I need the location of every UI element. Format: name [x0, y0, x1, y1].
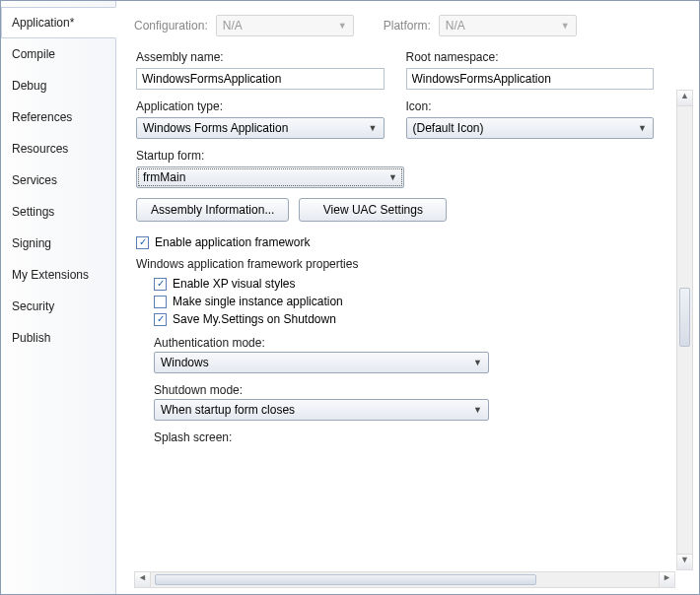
xp-styles-checkbox-row[interactable]: ✓ Enable XP visual styles [154, 277, 654, 291]
button-label: Assembly Information... [151, 203, 274, 217]
tab-services[interactable]: Services [1, 165, 116, 196]
configuration-value: N/A [223, 19, 243, 33]
tab-resources[interactable]: Resources [1, 133, 116, 165]
vertical-scrollbar[interactable]: ▲ ▼ [676, 90, 693, 570]
content-area: Configuration: N/A ▼ Platform: N/A ▼ Ass… [116, 1, 699, 594]
tab-label: Settings [12, 205, 54, 219]
application-type-dropdown[interactable]: Windows Forms Application ▼ [136, 117, 385, 139]
tab-label: Publish [12, 331, 50, 345]
tab-publish[interactable]: Publish [1, 322, 116, 354]
chevron-down-icon: ▼ [338, 21, 347, 31]
splash-screen-label: Splash screen: [154, 430, 654, 444]
assembly-information-button[interactable]: Assembly Information... [136, 198, 289, 222]
config-platform-bar: Configuration: N/A ▼ Platform: N/A ▼ [116, 1, 699, 46]
scroll-up-icon[interactable]: ▲ [677, 91, 692, 106]
sidebar-tabs: Application* Compile Debug References Re… [1, 1, 116, 594]
tab-label: Signing [12, 236, 51, 250]
startup-form-label: Startup form: [136, 149, 404, 163]
tab-label: Debug [12, 79, 46, 93]
platform-dropdown: N/A ▼ [439, 15, 577, 36]
platform-value: N/A [446, 19, 465, 33]
tab-my-extensions[interactable]: My Extensions [1, 259, 116, 291]
chevron-down-icon: ▼ [561, 21, 570, 31]
horizontal-scrollbar[interactable]: ◄ ► [134, 571, 675, 588]
checkbox-icon [154, 296, 167, 308]
chevron-down-icon: ▼ [369, 123, 378, 133]
scroll-right-icon[interactable]: ► [659, 572, 674, 587]
chevron-down-icon: ▼ [388, 172, 397, 182]
application-type-label: Application type: [136, 99, 385, 113]
icon-value: (Default Icon) [413, 121, 484, 135]
enable-framework-checkbox-row[interactable]: ✓ Enable application framework [136, 235, 654, 249]
checkbox-icon: ✓ [136, 236, 149, 249]
chevron-down-icon: ▼ [473, 405, 482, 415]
shutdown-mode-label: Shutdown mode: [154, 383, 654, 397]
auth-mode-dropdown[interactable]: Windows ▼ [154, 352, 489, 373]
tab-label: References [12, 110, 72, 124]
application-type-value: Windows Forms Application [143, 121, 288, 135]
shutdown-mode-dropdown[interactable]: When startup form closes ▼ [154, 399, 489, 421]
project-properties-window: Application* Compile Debug References Re… [0, 0, 700, 595]
scroll-thumb[interactable] [155, 574, 536, 585]
chevron-down-icon: ▼ [638, 123, 647, 133]
view-uac-settings-button[interactable]: View UAC Settings [299, 198, 447, 222]
icon-dropdown[interactable]: (Default Icon) ▼ [406, 117, 655, 139]
enable-framework-label: Enable application framework [155, 235, 310, 249]
auth-mode-value: Windows [161, 356, 209, 369]
tab-label: Resources [12, 142, 68, 156]
configuration-dropdown: N/A ▼ [216, 15, 354, 36]
application-panel: Assembly name: Root namespace: Applicati… [116, 46, 677, 572]
tab-label: Compile [12, 47, 55, 61]
tab-label: Services [12, 173, 57, 187]
scroll-left-icon[interactable]: ◄ [135, 572, 151, 587]
configuration-label: Configuration: [134, 19, 208, 33]
icon-label: Icon: [406, 99, 655, 113]
checkbox-icon: ✓ [154, 313, 167, 326]
checkbox-icon: ✓ [154, 278, 167, 291]
assembly-name-label: Assembly name: [136, 50, 385, 64]
tab-application[interactable]: Application* [1, 7, 116, 38]
shutdown-mode-value: When startup form closes [161, 403, 295, 417]
save-settings-checkbox-row[interactable]: ✓ Save My.Settings on Shutdown [154, 312, 654, 326]
framework-section-title: Windows application framework properties [136, 257, 654, 271]
xp-styles-label: Enable XP visual styles [173, 277, 296, 291]
single-instance-label: Make single instance application [173, 295, 343, 308]
button-label: View UAC Settings [323, 203, 423, 217]
startup-form-dropdown[interactable]: frmMain ▼ [136, 166, 404, 188]
chevron-down-icon: ▼ [473, 358, 482, 367]
assembly-name-input[interactable] [136, 68, 385, 90]
tab-signing[interactable]: Signing [1, 228, 116, 259]
tab-label: Application* [12, 16, 74, 30]
auth-mode-label: Authentication mode: [154, 336, 654, 350]
scroll-area: Assembly name: Root namespace: Applicati… [116, 46, 695, 590]
tab-compile[interactable]: Compile [1, 38, 116, 70]
root-namespace-label: Root namespace: [406, 50, 655, 64]
tab-references[interactable]: References [1, 101, 116, 133]
platform-label: Platform: [384, 19, 431, 33]
tab-security[interactable]: Security [1, 291, 116, 322]
tab-label: My Extensions [12, 268, 89, 282]
scroll-thumb[interactable] [679, 288, 690, 347]
startup-form-value: frmMain [143, 170, 185, 184]
tab-debug[interactable]: Debug [1, 70, 116, 101]
single-instance-checkbox-row[interactable]: Make single instance application [154, 295, 654, 308]
scroll-down-icon[interactable]: ▼ [677, 554, 692, 569]
save-settings-label: Save My.Settings on Shutdown [173, 312, 336, 326]
root-namespace-input[interactable] [406, 68, 655, 90]
tab-label: Security [12, 299, 54, 313]
tab-settings[interactable]: Settings [1, 196, 116, 228]
